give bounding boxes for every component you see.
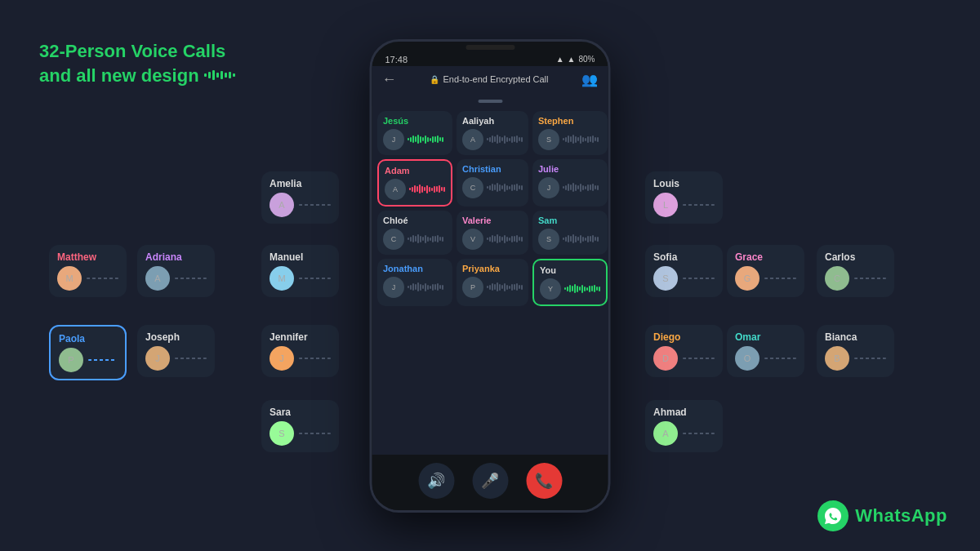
phone-participant-card: StephenS [532, 111, 608, 155]
phone-participant-card: JesúsJ [377, 111, 452, 155]
call-controls: 🔊 🎤 📞 [372, 455, 608, 510]
phone-participant-card: SamS [532, 211, 608, 255]
end-call-button[interactable]: 📞 [526, 463, 562, 499]
phone-participant-card: YouY [532, 259, 608, 306]
whatsapp-icon [817, 500, 849, 531]
svg-rect-1 [208, 72, 211, 78]
bg-participant-card: LouisL [645, 171, 723, 224]
bg-participant-card: JenniferJ [261, 325, 339, 377]
bg-participant-card: BiancaB [817, 325, 894, 377]
phone-participant-card: JonathanJ [377, 259, 452, 306]
phone-participant-card: ChloéC [377, 211, 452, 255]
phone-participant-card: ValerieV [457, 211, 528, 255]
mute-button[interactable]: 🎤 [472, 463, 508, 499]
add-people-button[interactable]: 👥 [581, 72, 598, 87]
bg-participant-card: ManuelM [261, 245, 339, 297]
bg-participant-card: AmeliaA [261, 171, 339, 224]
whatsapp-text: WhatsApp [855, 505, 947, 527]
wifi-icon: ▲ [556, 55, 564, 64]
waveform-icon [204, 64, 237, 88]
call-header: ← 🔒 End-to-end Encrypted Call 👥 [372, 66, 608, 93]
bg-participant-card: JosephJ [137, 325, 215, 377]
speaker-button[interactable]: 🔊 [418, 463, 454, 499]
svg-rect-5 [225, 73, 227, 78]
svg-rect-3 [216, 73, 219, 78]
phone-participant-card: PriyankaP [457, 259, 528, 306]
headline: 32-Person Voice Calls and all new design [39, 39, 237, 87]
phone-participant-card: AdamA [377, 159, 452, 207]
whatsapp-logo: WhatsApp [817, 500, 947, 531]
bg-participant-card: DiegoD [645, 325, 723, 377]
svg-rect-4 [220, 71, 223, 79]
back-button[interactable]: ← [382, 71, 397, 88]
signal-icon: ▲ [568, 55, 576, 64]
call-title-bar: 🔒 End-to-end Encrypted Call [430, 74, 548, 84]
phone-participant-card: JulieJ [532, 159, 608, 207]
participants-grid: JesúsJAaliyahAStephenSAdamAChristianCJul… [372, 106, 608, 455]
call-title-text: End-to-end Encrypted Call [443, 74, 548, 84]
bg-participant-card: MatthewM [49, 245, 127, 297]
battery-level: 80% [578, 55, 595, 64]
status-bar: 17:48 ▲ ▲ 80% [372, 50, 608, 66]
phone-participant-card: AaliyahA [457, 111, 528, 155]
headline-line1: 32-Person Voice Calls [39, 39, 237, 64]
bg-participant-card: SaraS [261, 400, 339, 452]
bg-participant-card: CarlosC [817, 245, 894, 297]
svg-rect-7 [233, 73, 235, 77]
bg-participant-card: AdrianaA [137, 245, 215, 297]
status-time: 17:48 [385, 55, 408, 64]
svg-rect-2 [212, 70, 215, 80]
svg-rect-6 [229, 72, 231, 78]
bg-participant-card: OmarO [727, 325, 804, 377]
bg-participant-card: AhmadA [645, 400, 723, 452]
lock-icon: 🔒 [430, 75, 439, 84]
phone-participant-card: ChristianC [457, 159, 528, 207]
phone-mockup: 17:48 ▲ ▲ 80% ← 🔒 End-to-end Encrypted C… [370, 39, 611, 513]
bg-participant-card: SofiaS [645, 245, 723, 297]
bg-participant-card: GraceG [727, 245, 804, 297]
swipe-handle [478, 100, 502, 103]
bg-participant-card: PaolaP [49, 325, 127, 380]
headline-line2: and all new design [39, 64, 199, 88]
svg-rect-0 [204, 73, 207, 77]
